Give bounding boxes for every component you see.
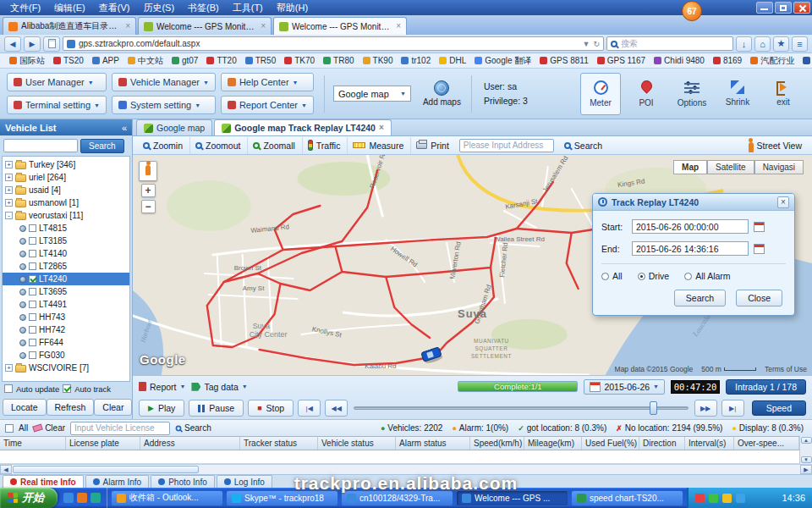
status-search-button[interactable]: Search [175, 423, 211, 433]
pegman-control[interactable] [139, 161, 157, 181]
slider-handle[interactable] [650, 401, 657, 415]
menu-item[interactable]: 工具(T) [226, 0, 270, 15]
bookmark-item[interactable]: 8169 [709, 56, 746, 65]
bookmark-star-icon[interactable]: ★ [773, 36, 789, 52]
table-header-cell[interactable]: Used Fuel(%) [582, 437, 639, 450]
expand-toggle-icon[interactable]: + [5, 199, 13, 207]
browser-tab[interactable]: Alibaba制造直通车目录——供... × [3, 17, 136, 35]
zoom-out-control[interactable]: − [141, 200, 156, 213]
browser-tab[interactable]: Welcome --- GPS Monitor Cen-- × [138, 17, 272, 35]
vertical-scrollbar[interactable]: ▲ ▼ [799, 436, 812, 464]
browser-search-input[interactable] [621, 38, 714, 49]
tree-item[interactable]: LT4240 [3, 273, 129, 285]
scroll-left-icon[interactable]: ◀ [0, 465, 12, 474]
vehicle-checkbox[interactable] [29, 351, 36, 359]
info-tab[interactable]: Photo Info [151, 475, 215, 488]
home-icon[interactable]: ⌂ [754, 36, 771, 52]
back-button[interactable]: ◀ [4, 36, 21, 52]
tree-item[interactable]: LT2865 [3, 260, 129, 273]
page-icon[interactable] [43, 36, 60, 52]
address-search-button[interactable]: Search [559, 137, 607, 154]
header-tool-button[interactable]: POI [626, 73, 667, 115]
bookmark-item[interactable]: GPS 8811 [535, 56, 592, 65]
maximize-button[interactable] [775, 2, 792, 14]
scroll-right-icon[interactable]: ▶ [800, 465, 812, 474]
bookmark-item[interactable]: TT20 [202, 56, 240, 65]
minimize-button[interactable] [756, 2, 773, 14]
table-header-cell[interactable]: Interval(s) [685, 437, 734, 450]
map-type-button[interactable]: Map [673, 160, 707, 174]
bookmark-item[interactable]: 中文站 [123, 55, 167, 67]
tag-data-menu[interactable]: Tag data▼ [191, 382, 247, 392]
vehicle-checkbox[interactable] [29, 313, 36, 321]
table-header-cell[interactable]: Alarm status [396, 437, 470, 450]
refresh-icon[interactable]: ↻ [593, 40, 600, 48]
menu-item[interactable]: 编辑(E) [47, 0, 92, 15]
tab-close-icon[interactable]: × [125, 22, 130, 30]
info-tab[interactable]: Alarm Info [85, 475, 150, 488]
tree-item[interactable]: FG030 [3, 349, 129, 362]
add-maps-button[interactable]: Add maps [423, 80, 461, 107]
start-datetime-input[interactable]: 2015-06-26 00:00:00 [632, 219, 749, 234]
bookmark-item[interactable]: 汽配行业 [746, 55, 798, 67]
license-input[interactable] [70, 422, 170, 435]
tree-item[interactable]: FF644 [3, 336, 129, 349]
tray-icon[interactable] [722, 494, 732, 503]
vehicle-checkbox[interactable] [29, 275, 36, 283]
bookmark-item[interactable]: Chidi 9480 [650, 56, 709, 65]
info-tab[interactable]: Real time Info [3, 475, 84, 488]
header-tool-button[interactable]: Meter [580, 73, 621, 115]
menu-item[interactable]: 历史(S) [136, 0, 181, 15]
traffic-button[interactable]: Traffic [302, 137, 346, 154]
map-tab[interactable]: Google map × [136, 119, 212, 135]
table-header-cell[interactable]: Direction [639, 437, 685, 450]
scroll-up-icon[interactable]: ▲ [801, 437, 812, 444]
map-tab[interactable]: Google map Track Replay LT4240 × [214, 119, 392, 135]
menu-item[interactable]: 书签(B) [181, 0, 226, 15]
radio-option[interactable]: All Alarm [684, 271, 730, 281]
bookmark-item[interactable]: 国际站 [5, 55, 49, 67]
tree-item[interactable]: LT4815 [3, 222, 129, 235]
manager-menu-button[interactable]: Report Center ▼ [221, 96, 314, 114]
vehicle-checkbox[interactable] [29, 339, 36, 346]
vehicle-checkbox[interactable] [29, 301, 36, 308]
sidebar-action-button[interactable]: Refresh [47, 399, 95, 416]
url-dropdown-icon[interactable]: ▼ [583, 40, 590, 48]
tree-item[interactable]: HH743 [3, 311, 129, 323]
calendar-icon[interactable] [754, 244, 765, 254]
vehicle-search-button[interactable]: Search [80, 139, 124, 153]
table-header-cell[interactable]: Address [140, 437, 240, 450]
forward-button[interactable]: ▶ [24, 36, 41, 52]
menu-item[interactable]: 查看(V) [92, 0, 137, 15]
zoom-in-button[interactable]: Zoomin [138, 137, 188, 154]
slider-track[interactable] [354, 406, 688, 410]
sidebar-action-button[interactable]: Locate [3, 399, 47, 416]
horizontal-scrollbar[interactable]: ◀ ▶ [0, 464, 812, 474]
tree-item[interactable]: LT4491 [3, 298, 129, 311]
vehicle-checkbox[interactable] [29, 326, 36, 334]
bookmark-item[interactable]: TK70 [280, 56, 319, 65]
menu-icon[interactable]: ≡ [792, 36, 808, 52]
info-tab[interactable]: Log Info [217, 475, 272, 488]
vehicle-checkbox[interactable] [29, 288, 36, 295]
table-header-cell[interactable]: Mileage(km) [524, 437, 582, 450]
manager-menu-button[interactable]: User Manager ▼ [7, 73, 107, 91]
table-header-cell[interactable]: Speed(km/h) [470, 437, 524, 450]
downloads-icon[interactable]: ↓ [736, 36, 752, 52]
zoom-all-button[interactable]: Zoomall [247, 137, 299, 154]
fast-forward-button[interactable]: ▶▶ [694, 400, 717, 417]
quick-launch-icon[interactable] [63, 493, 74, 503]
browser-search-box[interactable] [606, 36, 733, 51]
terms-link[interactable]: Terms of Use [765, 365, 807, 373]
taskbar-task[interactable]: Welcome --- GPS ... [456, 490, 568, 506]
url-text[interactable]: gps.sztrackpro.com/default.aspx [79, 39, 579, 48]
sidebar-action-button[interactable]: Clear [94, 399, 132, 416]
table-header-cell[interactable]: Tracker status [240, 437, 318, 450]
bookmark-item[interactable]: Google 翻译 [470, 55, 535, 67]
menu-item[interactable]: 文件(F) [3, 0, 47, 15]
skip-back-button[interactable]: |◀ [298, 400, 321, 417]
bookmark-item[interactable]: APP [88, 56, 123, 65]
header-tool-button[interactable]: exit [763, 73, 804, 115]
start-button[interactable]: 开始 [0, 488, 58, 508]
intraday-button[interactable]: Intraday 1 / 178 [726, 379, 806, 395]
